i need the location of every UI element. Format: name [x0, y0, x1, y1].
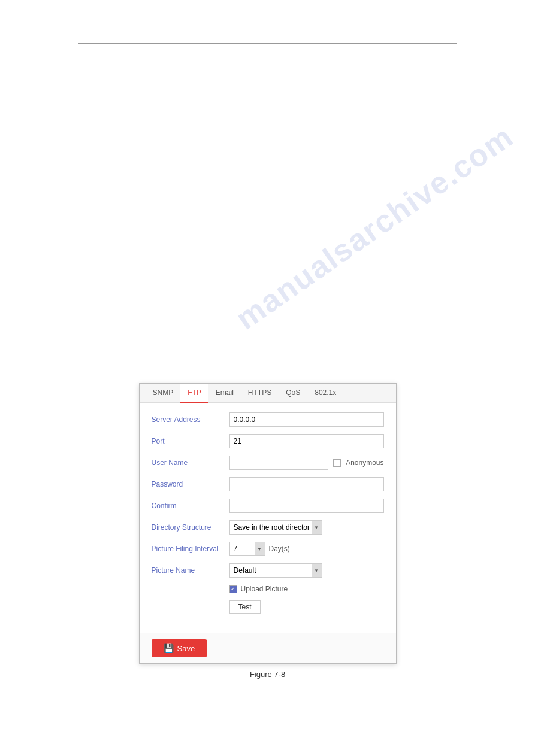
directory-structure-select[interactable]: Save in the root directory Save Dot dire…: [229, 520, 322, 535]
tab-https[interactable]: HTTPS: [241, 384, 279, 403]
picture-filing-interval-select-wrapper: 7 1 2 3 5 10 14 30 ▼: [229, 542, 265, 556]
picture-filing-interval-row: Picture Filing Interval 7 1 2 3 5 10 14 …: [152, 542, 384, 556]
upload-picture-label: Upload Picture: [241, 585, 288, 593]
save-row: 💾 Save: [140, 633, 396, 663]
tab-snmp[interactable]: SNMP: [146, 384, 181, 403]
picture-filing-interval-label: Picture Filing Interval: [152, 545, 229, 553]
user-name-row: User Name Anonymous: [152, 456, 384, 470]
save-button-label: Save: [177, 644, 195, 653]
watermark: manualsarchive.com: [229, 119, 520, 337]
directory-structure-label: Directory Structure: [152, 523, 229, 532]
port-label: Port: [152, 437, 229, 445]
test-row: Test: [229, 600, 384, 614]
picture-filing-interval-select[interactable]: 7 1 2 3 5 10 14 30: [229, 542, 265, 556]
anonymous-row: Anonymous: [333, 459, 383, 467]
anonymous-label: Anonymous: [346, 459, 383, 467]
figure-container: SNMP FTP Email HTTPS QoS 802.1x Server A…: [139, 383, 397, 679]
tab-email[interactable]: Email: [208, 384, 241, 403]
picture-name-select[interactable]: Default: [229, 563, 322, 578]
password-row: Password: [152, 477, 384, 491]
upload-picture-row: Upload Picture: [229, 585, 384, 593]
directory-structure-row: Directory Structure Save in the root dir…: [152, 520, 384, 535]
port-row: Port: [152, 434, 384, 448]
picture-name-select-wrapper: Default ▼: [229, 563, 322, 578]
tab-ftp[interactable]: FTP: [180, 384, 208, 403]
confirm-label: Confirm: [152, 502, 229, 510]
figure-caption: Figure 7-8: [250, 670, 285, 679]
picture-name-row: Picture Name Default ▼: [152, 563, 384, 578]
server-address-input[interactable]: [229, 412, 384, 427]
user-name-input[interactable]: [229, 456, 329, 470]
confirm-row: Confirm: [152, 499, 384, 513]
tabs-bar: SNMP FTP Email HTTPS QoS 802.1x: [140, 384, 396, 403]
days-label: Day(s): [269, 545, 290, 553]
form-body: Server Address Port User Name Anonymous …: [140, 403, 396, 633]
test-button[interactable]: Test: [229, 600, 261, 614]
server-address-row: Server Address: [152, 412, 384, 427]
confirm-input[interactable]: [229, 499, 384, 513]
save-button[interactable]: 💾 Save: [152, 639, 207, 657]
tab-8021x[interactable]: 802.1x: [307, 384, 343, 403]
picture-name-label: Picture Name: [152, 566, 229, 575]
server-address-label: Server Address: [152, 415, 229, 424]
upload-picture-checkbox[interactable]: [229, 585, 237, 593]
directory-structure-select-wrapper: Save in the root directory Save Dot dire…: [229, 520, 322, 535]
password-input[interactable]: [229, 477, 384, 491]
user-name-label: User Name: [152, 459, 229, 467]
dialog-box: SNMP FTP Email HTTPS QoS 802.1x Server A…: [139, 383, 397, 664]
anonymous-checkbox[interactable]: [333, 459, 341, 467]
port-input[interactable]: [229, 434, 384, 448]
top-rule: [78, 43, 457, 44]
password-label: Password: [152, 480, 229, 488]
save-icon: 💾: [164, 643, 174, 653]
tab-qos[interactable]: QoS: [279, 384, 307, 403]
